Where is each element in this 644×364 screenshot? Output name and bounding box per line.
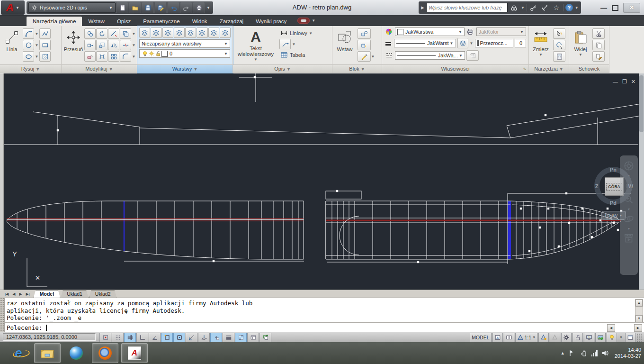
ribbon-tab-widok[interactable]: Widok [186, 17, 214, 26]
infer-constraints-toggle[interactable] [99, 333, 111, 342]
chevron-down-icon[interactable]: ▼ [575, 6, 579, 10]
layer-freeze-button[interactable] [208, 27, 219, 38]
chevron-down-icon[interactable]: ▼ [521, 6, 525, 10]
taskbar-clock[interactable]: 14:40 2014-03-27 [615, 347, 641, 359]
transparency-dropdown[interactable]: ▼ [470, 41, 474, 46]
action-center-icon[interactable] [569, 350, 576, 356]
favorites-star-icon[interactable]: ☆ [552, 3, 561, 12]
last-layout-button[interactable]: ▶| [24, 291, 32, 298]
stack-dropdown[interactable]: ▼ [132, 32, 136, 36]
ortho-mode-toggle[interactable] [136, 333, 148, 342]
linetype-combo[interactable]: JakWa...▼ [395, 51, 465, 60]
erase-button[interactable] [84, 51, 96, 62]
ribbon-tab-wstaw[interactable]: Wstaw [82, 17, 111, 26]
lineweight-combo[interactable]: JakWarst▼ [394, 39, 456, 47]
breakT-dropdown[interactable]: ▼ [132, 43, 136, 47]
layout-tab-model[interactable]: Model [34, 290, 60, 298]
chevron-down-icon[interactable]: ▼ [627, 228, 631, 230]
layout-tab-układ2[interactable]: Układ2 [89, 290, 117, 298]
quick-select-button[interactable] [553, 28, 565, 39]
trim-button[interactable] [108, 28, 119, 39]
command-line-window[interactable]: raz ostatni został on zapisany za pomocą… [0, 298, 644, 332]
copy-clip-button[interactable] [592, 40, 605, 50]
showmotion-icon[interactable] [623, 233, 635, 244]
ribbon-tab-narz-dzia-g-wne[interactable]: Narzędzia główne [27, 17, 82, 26]
sign-in-key-icon[interactable] [529, 3, 538, 12]
viewcube-north-label[interactable]: Pn [610, 167, 617, 173]
maximize-button[interactable] [612, 5, 618, 11]
transparency-value[interactable]: 0 [515, 39, 526, 47]
toolbar-lock-button[interactable] [572, 333, 583, 342]
grid-display-toggle[interactable] [124, 333, 136, 342]
chevron-down-icon[interactable]: ▼ [627, 174, 631, 177]
close-button[interactable]: ✕ [623, 3, 640, 13]
polar-tracking-toggle[interactable] [149, 333, 161, 342]
scroll-left-icon[interactable]: ◀ [607, 324, 615, 332]
orbit-icon[interactable] [623, 213, 635, 225]
clean-screen-button[interactable] [625, 333, 635, 342]
circle-tool-button-dropdown[interactable]: ▼ [35, 43, 39, 47]
panel-label-properties[interactable]: Właściwości ⇘ [382, 64, 528, 73]
layer-properties-button[interactable] [139, 27, 150, 38]
leader-dropdown[interactable]: ▼ [292, 42, 296, 46]
minimize-button[interactable]: — [600, 4, 607, 12]
fillet-dropdown[interactable]: ▼ [132, 55, 136, 59]
search-expand-icon[interactable]: ▶ [421, 5, 424, 10]
ribbon-tab-parametryczne[interactable]: Parametryczne [137, 17, 186, 26]
arc-tool-button-dropdown[interactable]: ▼ [35, 32, 39, 36]
paste-special-button[interactable] [592, 51, 605, 62]
polyline-tool-button[interactable] [39, 28, 51, 39]
network-icon[interactable] [591, 350, 598, 356]
explode-button[interactable] [96, 51, 107, 62]
fillet-button[interactable] [120, 51, 131, 62]
table-button[interactable]: Tabela [279, 51, 313, 59]
boat-plan-drawing[interactable] [0, 73, 644, 290]
color-wheel-icon[interactable] [385, 27, 394, 36]
prev-layout-button[interactable]: ◀ [10, 291, 17, 298]
insert-block-button[interactable]: Wstaw [333, 27, 356, 62]
file-explorer-taskbar-icon[interactable] [34, 343, 61, 363]
panel-label-annotate[interactable]: Opis ▼ [233, 64, 332, 73]
autocad-taskbar-icon[interactable]: A [121, 343, 148, 363]
viewcube-south-label[interactable]: Pd [610, 200, 617, 206]
scroll-right-icon[interactable]: ▶ [634, 324, 642, 332]
auto-annotation-button[interactable] [550, 333, 560, 342]
layer-off-button[interactable] [220, 27, 231, 38]
ellipse-tool-button-dropdown[interactable]: ▼ [35, 55, 39, 59]
search-input[interactable] [426, 3, 508, 12]
measure-button[interactable]: Zmierz ▼ [530, 27, 552, 62]
layer-previous-button[interactable] [174, 27, 185, 38]
annotation-scale-button[interactable]: 1:1▼ [515, 333, 538, 342]
lineweight-toggle[interactable] [223, 333, 234, 342]
attributes-dropdown[interactable]: ▼ [371, 55, 375, 59]
create-block-button[interactable] [358, 28, 371, 39]
multiline-text-button[interactable]: A Tekst wielowierszowy ▼ [234, 27, 277, 62]
help-button[interactable]: ? [565, 4, 573, 11]
command-prompt[interactable]: Polecenie: [7, 324, 47, 331]
workspace-switching-button[interactable] [561, 333, 572, 342]
scale-button[interactable] [96, 40, 107, 50]
layer-isolate-button[interactable] [185, 27, 196, 38]
line-button[interactable]: Linia [1, 27, 23, 62]
layer-transparency-button[interactable] [457, 38, 468, 48]
navigation-wheel-icon[interactable] [623, 160, 635, 172]
linear-dimension-button[interactable]: Liniowy ▼ [279, 29, 313, 37]
array-button[interactable] [108, 51, 119, 62]
next-layout-button[interactable]: ▶ [17, 291, 24, 298]
stretch-button[interactable] [84, 40, 96, 50]
command-hscrollbar[interactable]: ◀ ▶ [607, 324, 642, 331]
selection-cycling-toggle[interactable] [259, 333, 271, 342]
panel-expander-icon[interactable]: ⇘ [523, 65, 527, 73]
firefox-taskbar-icon[interactable] [92, 343, 118, 363]
layer-current-button[interactable] [162, 27, 173, 38]
canvas-scrollbar[interactable] [639, 73, 644, 290]
model-space-button[interactable]: MODEL [470, 333, 491, 342]
internet-explorer-taskbar-icon[interactable]: e [6, 344, 31, 363]
object-color-combo[interactable]: JakWarstwa▼ [395, 27, 465, 36]
layer-state-combo[interactable]: Niezapisany stan warstwy▼ [139, 39, 230, 48]
transparency-toggle[interactable] [235, 333, 247, 342]
status-tray-button[interactable] [607, 333, 617, 342]
panel-label-layers[interactable]: Warstwy ▼ [137, 64, 233, 73]
arc-tool-button[interactable] [23, 28, 34, 39]
mirror-button[interactable] [108, 40, 119, 50]
